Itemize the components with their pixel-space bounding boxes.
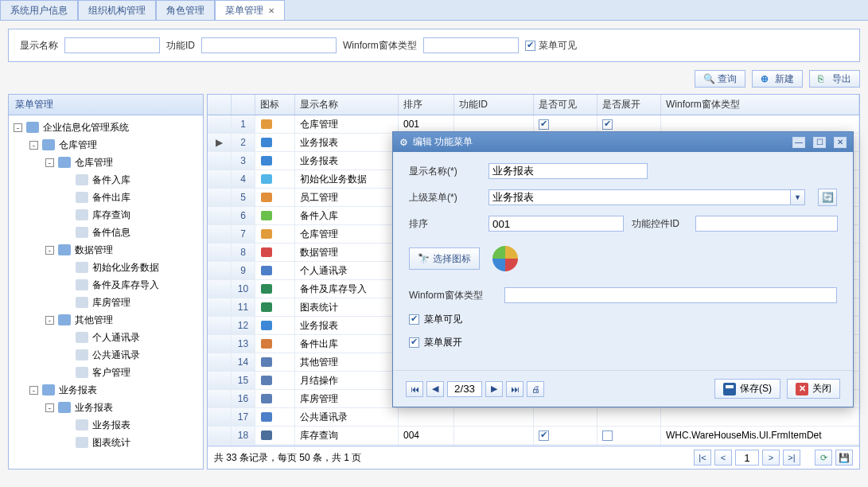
table-row[interactable]: 18库存查询004WHC.WareHouseMis.UI.FrmItemDet xyxy=(208,427,859,445)
pager-page-input[interactable] xyxy=(735,450,759,466)
tree-node[interactable]: 公共通讯录 xyxy=(12,346,200,364)
tab-角色管理[interactable]: 角色管理 xyxy=(156,0,215,20)
tree-node[interactable]: -业务报表 xyxy=(12,399,200,416)
dlg-nav-pos[interactable] xyxy=(447,381,482,397)
menuvisible-checkbox-label[interactable]: 菜单可见 xyxy=(525,39,577,53)
dialog-minimize-button[interactable]: — xyxy=(792,137,805,148)
tree-toggle-icon[interactable]: - xyxy=(45,316,54,325)
edit-dialog: ⚙ 编辑 功能菜单 — ☐ ✕ 显示名称(*) 上级菜单(*) ▼ 🔄 排序 功… xyxy=(392,131,854,407)
gh-sort[interactable]: 排序 xyxy=(399,95,454,115)
dlg-nav-first[interactable]: ⏮ xyxy=(406,381,423,397)
row-visible[interactable] xyxy=(534,408,597,426)
dlg-pickicon-button[interactable]: 🔭 选择图标 xyxy=(409,247,480,270)
tab-close-icon[interactable]: ✕ xyxy=(268,6,274,15)
tree-node[interactable]: -其他管理 xyxy=(12,311,200,329)
export-button[interactable]: ⎘导出 xyxy=(809,70,860,88)
row-icon xyxy=(255,243,295,261)
pager-refresh[interactable]: ⟳ xyxy=(815,450,832,466)
displayname-input[interactable] xyxy=(64,37,160,53)
tab-组织机构管理[interactable]: 组织机构管理 xyxy=(78,0,156,20)
new-button[interactable]: ⊕新建 xyxy=(752,70,803,88)
tree-node[interactable]: -仓库管理 xyxy=(12,136,200,154)
dlg-nav-next[interactable]: ▶ xyxy=(485,381,503,397)
functionid-input[interactable] xyxy=(201,37,337,53)
tree-node[interactable]: -企业信息化管理系统 xyxy=(12,119,200,136)
gh-wt[interactable]: Winform窗体类型 xyxy=(661,95,859,115)
tree-node[interactable]: 业务报表 xyxy=(12,416,200,434)
row-name: 库存查询 xyxy=(295,427,399,444)
query-button[interactable]: 🔍查询 xyxy=(695,70,745,88)
row-icon xyxy=(255,207,295,224)
dlg-displayname-input[interactable] xyxy=(488,163,648,179)
row-fid xyxy=(454,408,534,426)
tree-toggle-icon[interactable]: - xyxy=(45,246,54,255)
pager-last[interactable]: >| xyxy=(783,450,800,466)
pager-first[interactable]: |< xyxy=(694,450,711,466)
tree-node[interactable]: 备件信息 xyxy=(12,224,200,241)
row-number: 14 xyxy=(232,353,255,371)
row-pointer xyxy=(208,280,232,298)
tree-body[interactable]: -企业信息化管理系统-仓库管理-仓库管理备件入库备件出库库存查询备件信息-数据管… xyxy=(9,115,203,469)
dlg-close-button[interactable]: ✕关闭 xyxy=(787,379,840,399)
tree-toggle-icon[interactable]: - xyxy=(45,158,54,167)
tree-node[interactable]: -业务报表 xyxy=(12,381,200,399)
dlg-sort-input[interactable] xyxy=(488,216,624,232)
row-icon xyxy=(255,335,295,353)
pager-save[interactable]: 💾 xyxy=(835,450,853,466)
tree-toggle-icon[interactable]: - xyxy=(29,386,38,395)
pager-prev[interactable]: < xyxy=(714,450,732,466)
tree-node[interactable]: 备件入库 xyxy=(12,171,200,189)
tab-菜单管理[interactable]: 菜单管理✕ xyxy=(215,0,285,20)
tree-node[interactable]: 库房管理 xyxy=(12,294,200,311)
tree-toggle-icon[interactable]: - xyxy=(45,403,54,412)
gh-fid[interactable]: 功能ID xyxy=(454,95,534,115)
svg-rect-1 xyxy=(261,138,272,147)
tree-item-icon xyxy=(26,122,39,133)
dialog-close-button[interactable]: ✕ xyxy=(834,137,847,148)
gh-exp[interactable]: 是否展开 xyxy=(597,95,661,115)
row-sort xyxy=(399,408,454,426)
row-pointer xyxy=(208,353,232,371)
row-visible[interactable] xyxy=(534,427,597,444)
gh-vis[interactable]: 是否可见 xyxy=(534,95,597,115)
tree-item-label: 业务报表 xyxy=(75,399,113,416)
dlg-nav-last[interactable]: ⏭ xyxy=(506,381,524,397)
dialog-maximize-button[interactable]: ☐ xyxy=(813,137,826,148)
tree-node[interactable]: 库存查询 xyxy=(12,206,200,224)
dlg-menuexpand-checkbox[interactable] xyxy=(409,337,419,348)
row-visible[interactable] xyxy=(534,115,597,133)
pager: 共 33 条记录，每页 50 条，共 1 页 |< < > >| ⟳ 💾 xyxy=(208,446,859,469)
tree-node[interactable]: 客户管理 xyxy=(12,364,200,381)
pager-next[interactable]: > xyxy=(762,450,780,466)
gh-name[interactable]: 显示名称 xyxy=(295,95,399,115)
menuvisible-checkbox[interactable] xyxy=(525,41,535,51)
tree-item-icon xyxy=(76,279,88,290)
winformtype-input[interactable] xyxy=(423,37,519,53)
tree-item-label: 仓库管理 xyxy=(75,154,113,171)
tree-toggle-icon[interactable]: - xyxy=(29,141,38,150)
tree-node[interactable]: 初始化业务数据 xyxy=(12,259,200,276)
row-expand[interactable] xyxy=(597,408,661,426)
dlg-nav-print[interactable]: 🖨 xyxy=(527,381,544,397)
tree-toggle-icon[interactable]: - xyxy=(14,123,22,132)
row-expand[interactable] xyxy=(597,427,661,444)
tree-node[interactable]: -数据管理 xyxy=(12,241,200,259)
dlg-parentmenu-refresh[interactable]: 🔄 xyxy=(818,189,837,206)
dlg-wt-input[interactable] xyxy=(504,287,837,303)
dlg-save-button[interactable]: 保存(S) xyxy=(714,379,780,399)
table-row[interactable]: 17公共通讯录 xyxy=(208,408,859,427)
dlg-fcid-input[interactable] xyxy=(695,216,838,232)
tree-node[interactable]: 图表统计 xyxy=(12,434,200,451)
dlg-nav-prev[interactable]: ◀ xyxy=(426,381,444,397)
tree-node[interactable]: 备件及库存导入 xyxy=(12,276,200,294)
dialog-titlebar[interactable]: ⚙ 编辑 功能菜单 — ☐ ✕ xyxy=(393,132,853,152)
dlg-parentmenu-input[interactable] xyxy=(488,189,791,205)
dlg-menuvisible-checkbox[interactable] xyxy=(409,314,419,325)
tree-node[interactable]: 个人通讯录 xyxy=(12,329,200,346)
tab-系统用户信息[interactable]: 系统用户信息 xyxy=(0,0,78,20)
tree-node[interactable]: -仓库管理 xyxy=(12,154,200,171)
tree-node[interactable]: 备件出库 xyxy=(12,189,200,206)
dlg-parentmenu-dropdown[interactable]: ▼ xyxy=(791,189,805,205)
row-expand[interactable] xyxy=(597,115,661,133)
gh-icon[interactable]: 图标 xyxy=(255,95,295,115)
